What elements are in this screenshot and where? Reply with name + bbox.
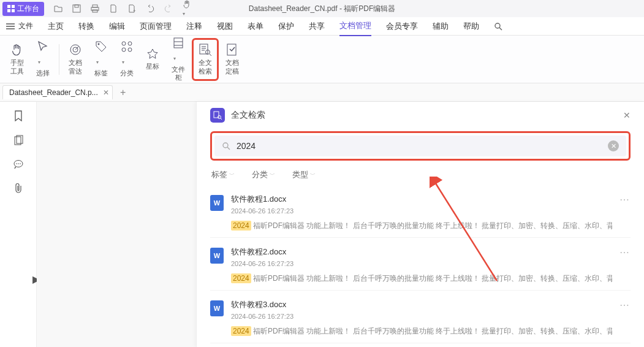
titlebar: 工作台 + ▾ Datasheet_Reader_CN.pdf - 福昕PDF编… (0, 0, 644, 17)
ribbon-radar[interactable]: 文档雷达 (63, 38, 88, 81)
content-area: 全文检索 ✕ ✕ 标签 分类 类型 W (37, 102, 644, 347)
svg-text:+: + (133, 8, 136, 13)
svg-point-19 (122, 42, 126, 45)
svg-line-43 (227, 147, 230, 150)
document-tab[interactable]: Datasheet_Reader_CN.p... ✕ (2, 85, 113, 99)
redo-icon[interactable] (164, 4, 173, 13)
open-icon[interactable] (54, 4, 63, 13)
svg-rect-0 (7, 5, 10, 8)
svg-line-14 (499, 28, 502, 30)
comment-icon[interactable] (13, 159, 24, 169)
result-item[interactable]: W 软件教程2.docx 2024-06-26 16:27:23 2024 福昕… (210, 238, 631, 291)
ribbon-tag[interactable]: 标签 (89, 38, 113, 81)
tab-title: Datasheet_Reader_CN.p... (9, 88, 98, 97)
grid-icon (7, 5, 15, 12)
star-icon (146, 48, 159, 60)
menu-protect[interactable]: 保护 (278, 21, 294, 32)
page-icon[interactable] (109, 4, 118, 13)
result-item[interactable]: W 软件教程3.docx 2024-06-26 16:27:23 2024 福昕… (210, 291, 631, 343)
menu-help[interactable]: 帮助 (463, 21, 479, 32)
ribbon: 手型工具 选择 文档雷达 标签 分类 星标 文件柜 全文检索 文档定稿 (0, 36, 644, 83)
bookmark-icon[interactable] (13, 110, 23, 121)
result-date: 2024-06-26 16:27:23 (231, 260, 612, 267)
save-icon[interactable] (72, 4, 81, 13)
menu-view[interactable]: 视图 (217, 21, 233, 32)
menu-form[interactable]: 表单 (248, 21, 263, 32)
pages-icon[interactable] (13, 135, 23, 146)
hand-icon (10, 43, 24, 56)
filter-category[interactable]: 分类 (252, 169, 275, 180)
radar-icon (69, 43, 82, 56)
ribbon-star[interactable]: 星标 (140, 38, 165, 81)
result-more-icon[interactable]: ⋯ (619, 299, 631, 311)
filter-bar: 标签 分类 类型 (210, 169, 631, 180)
svg-line-17 (75, 46, 79, 50)
attachment-icon[interactable] (13, 183, 23, 194)
menu-convert[interactable]: 转换 (78, 21, 94, 32)
menu-share[interactable]: 共享 (309, 21, 325, 32)
menu-page[interactable]: 页面管理 (140, 21, 172, 32)
svg-rect-26 (200, 44, 208, 54)
search-box[interactable]: ✕ (214, 135, 626, 156)
ribbon-category[interactable]: 分类 (115, 38, 139, 81)
svg-rect-5 (75, 5, 78, 7)
search-icon (222, 142, 230, 150)
filter-type[interactable]: 类型 (292, 169, 316, 180)
search-input[interactable] (237, 141, 602, 151)
svg-point-20 (128, 42, 132, 45)
clear-search-icon[interactable]: ✕ (608, 140, 619, 151)
undo-icon[interactable] (146, 4, 154, 13)
filter-tag[interactable]: 标签 (211, 169, 235, 180)
search-menu-icon[interactable] (494, 22, 502, 31)
hand-small-icon[interactable]: ▾ (183, 0, 191, 17)
svg-rect-32 (227, 44, 236, 55)
svg-point-18 (98, 44, 100, 45)
ribbon-star-label: 星标 (146, 63, 159, 71)
svg-point-13 (495, 23, 500, 28)
file-menu[interactable]: 文件 (6, 21, 33, 31)
menu-home[interactable]: 主页 (48, 21, 64, 32)
quick-access-toolbar: + ▾ (54, 0, 191, 17)
result-snippet: 2024 福昕PDF编辑器 功能上新啦！ 后台千呼万唤的批量功能 终于上线啦！ … (231, 326, 612, 337)
ribbon-hand-label: 手型工具 (10, 59, 24, 75)
panel-close-icon[interactable]: ✕ (623, 110, 631, 120)
window-title: Datasheet_Reader_CN.pdf - 福昕PDF编辑器 (249, 4, 395, 14)
svg-rect-3 (12, 9, 15, 12)
ribbon-tag-label: 标签 (94, 69, 108, 77)
ribbon-finalize-label: 文档定稿 (225, 59, 239, 75)
tag-icon (95, 40, 107, 67)
ribbon-cabinet[interactable]: 文件柜 (166, 38, 191, 81)
svg-point-42 (223, 143, 228, 148)
result-date: 2024-06-26 16:27:23 (231, 313, 612, 320)
result-title: 软件教程2.docx (231, 246, 612, 257)
ribbon-cabinet-label: 文件柜 (172, 66, 185, 82)
menu-docmgmt[interactable]: 文档管理 (339, 20, 371, 36)
result-item[interactable]: W 软件教程1.docx 2024-06-26 16:27:23 2024 福昕… (210, 185, 631, 238)
ribbon-select[interactable]: 选择 (31, 38, 55, 81)
result-more-icon[interactable]: ⋯ (619, 246, 631, 258)
svg-rect-4 (73, 5, 80, 12)
new-tab-button[interactable]: + (120, 87, 126, 98)
menu-edit[interactable]: 编辑 (109, 21, 125, 32)
workspace-label: 工作台 (17, 4, 39, 14)
ribbon-hand-tool[interactable]: 手型工具 (5, 38, 29, 81)
menu-accessibility[interactable]: 辅助 (433, 21, 449, 32)
ribbon-fulltext-search[interactable]: 全文检索 (192, 38, 219, 81)
print-icon[interactable] (91, 4, 99, 13)
page-add-icon[interactable]: + (127, 4, 136, 13)
workspace-button[interactable]: 工作台 (2, 2, 44, 16)
result-title: 软件教程3.docx (231, 299, 612, 310)
svg-line-41 (221, 118, 222, 120)
menu-member[interactable]: 会员专享 (386, 21, 418, 32)
svg-rect-6 (93, 5, 97, 7)
panel-title: 全文检索 (231, 110, 265, 121)
result-more-icon[interactable]: ⋯ (619, 194, 631, 205)
result-title: 软件教程1.docx (231, 194, 612, 205)
hamburger-icon (6, 23, 15, 29)
menu-annotate[interactable]: 注释 (186, 21, 202, 32)
ribbon-finalize[interactable]: 文档定稿 (220, 38, 244, 81)
tab-close-icon[interactable]: ✕ (103, 88, 109, 97)
docx-icon: W (210, 300, 224, 316)
ribbon-fulltext-label: 全文检索 (199, 59, 212, 75)
docx-icon: W (210, 195, 224, 211)
